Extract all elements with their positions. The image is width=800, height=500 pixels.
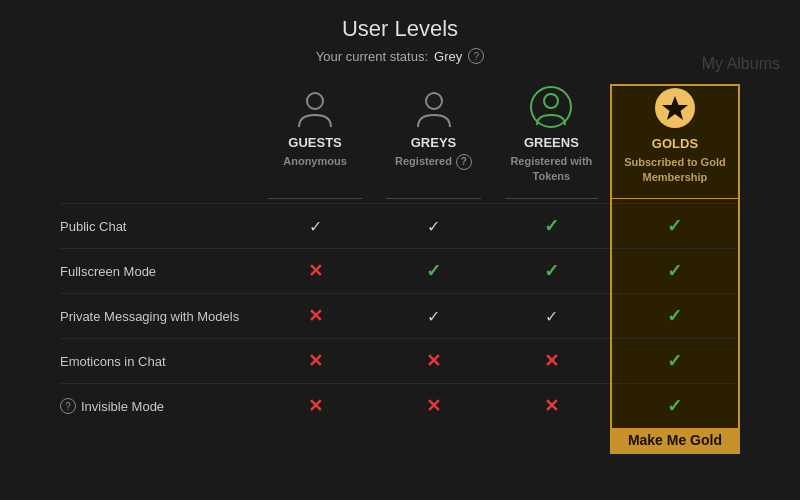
col-greens: GREENS Registered with Tokens xyxy=(493,85,611,194)
golds-public-chat: ✓ xyxy=(611,204,739,249)
greens-fullscreen: ✓ xyxy=(493,249,611,294)
greys-desc: Registered ? xyxy=(374,154,493,170)
golds-invisible: ✓ xyxy=(611,384,739,429)
current-status-value: Grey xyxy=(434,49,462,64)
make-gold-button[interactable]: Make Me Gold xyxy=(612,428,738,452)
svg-point-3 xyxy=(544,94,558,108)
svg-point-1 xyxy=(426,93,442,109)
greys-fullscreen: ✓ xyxy=(374,249,493,294)
guests-emoticons: ✕ xyxy=(256,339,374,384)
page-title: User Levels xyxy=(342,16,458,42)
gold-button-cell: Make Me Gold xyxy=(611,428,739,453)
golds-private-msg: ✓ xyxy=(611,294,739,339)
feature-row-emoticons: Emoticons in Chat ✕ ✕ ✕ ✓ xyxy=(60,339,739,384)
col-greys: GREYS Registered ? xyxy=(374,85,493,194)
feature-col-header xyxy=(60,85,256,194)
golds-icon xyxy=(653,86,697,130)
col-guests: GUESTS Anonymous xyxy=(256,85,374,194)
current-status-row: Your current status: Grey ? xyxy=(316,48,484,64)
guests-icon xyxy=(293,85,337,129)
greys-public-chat: ✓ xyxy=(374,204,493,249)
golds-name: GOLDS xyxy=(612,136,738,151)
separator-row xyxy=(60,194,739,204)
status-help-icon[interactable]: ? xyxy=(468,48,484,64)
levels-table: GUESTS Anonymous GREYS Re xyxy=(60,84,740,454)
gold-button-row: Make Me Gold xyxy=(60,428,739,453)
svg-point-0 xyxy=(307,93,323,109)
greys-private-msg: ✓ xyxy=(374,294,493,339)
greens-private-msg: ✓ xyxy=(493,294,611,339)
greys-icon xyxy=(412,85,456,129)
invisible-help-icon[interactable]: ? xyxy=(60,398,76,414)
feature-row-public-chat: Public Chat ✓ ✓ ✓ ✓ xyxy=(60,204,739,249)
feature-label-emoticons: Emoticons in Chat xyxy=(60,339,256,384)
feature-label-invisible: ? Invisible Mode xyxy=(60,384,256,429)
greens-emoticons: ✕ xyxy=(493,339,611,384)
guests-fullscreen: ✕ xyxy=(256,249,374,294)
feature-label-private-msg: Private Messaging with Models xyxy=(60,294,256,339)
feature-row-fullscreen: Fullscreen Mode ✕ ✓ ✓ ✓ xyxy=(60,249,739,294)
guests-public-chat: ✓ xyxy=(256,204,374,249)
greens-icon xyxy=(529,85,573,129)
greens-name: GREENS xyxy=(493,135,610,150)
col-golds: GOLDS Subscribed to Gold Membership xyxy=(611,85,739,194)
content-area: User Levels Your current status: Grey ? xyxy=(0,0,800,500)
guests-name: GUESTS xyxy=(256,135,374,150)
guests-private-msg: ✕ xyxy=(256,294,374,339)
golds-fullscreen: ✓ xyxy=(611,249,739,294)
greys-emoticons: ✕ xyxy=(374,339,493,384)
guests-desc: Anonymous xyxy=(256,154,374,169)
guests-invisible: ✕ xyxy=(256,384,374,429)
feature-label-public-chat: Public Chat xyxy=(60,204,256,249)
header-row: GUESTS Anonymous GREYS Re xyxy=(60,85,739,194)
greens-public-chat: ✓ xyxy=(493,204,611,249)
feature-row-invisible: ? Invisible Mode ✕ ✕ ✕ ✓ xyxy=(60,384,739,429)
golds-emoticons: ✓ xyxy=(611,339,739,384)
current-status-label: Your current status: xyxy=(316,49,428,64)
page-wrapper: My Albums User Levels Your current statu… xyxy=(0,0,800,500)
greys-invisible: ✕ xyxy=(374,384,493,429)
greens-desc: Registered with Tokens xyxy=(493,154,610,185)
feature-label-fullscreen: Fullscreen Mode xyxy=(60,249,256,294)
feature-row-private-msg: Private Messaging with Models ✕ ✓ ✓ ✓ xyxy=(60,294,739,339)
greys-help-icon[interactable]: ? xyxy=(456,154,472,170)
golds-desc: Subscribed to Gold Membership xyxy=(612,155,738,186)
greys-name: GREYS xyxy=(374,135,493,150)
greens-invisible: ✕ xyxy=(493,384,611,429)
